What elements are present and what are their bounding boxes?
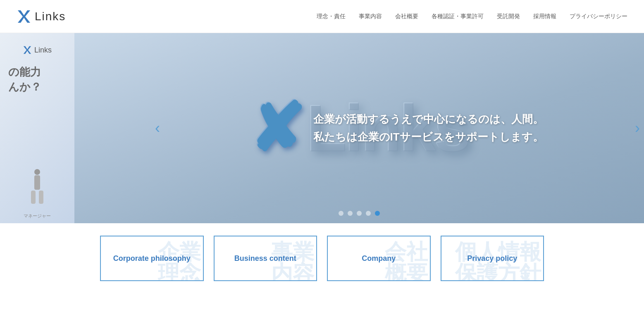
left-panel-caption: マネージャー [24,213,51,219]
card-business[interactable]: 事業内容Business content [214,236,317,281]
svg-marker-0 [18,10,30,23]
logo-icon [17,9,31,24]
person-figure [29,168,45,207]
card-philosophy-label: Corporate philosophy [113,254,191,263]
card-philosophy[interactable]: 企業理念Corporate philosophy [100,236,204,281]
left-panel: Links の能力 んか？ マネージャー [0,33,74,223]
slider-dot-5[interactable] [375,211,380,216]
slider-dot-2[interactable] [348,211,353,216]
slider-headline-2: 私たちは企業のITサービスをサポートします。 [313,130,544,144]
left-panel-logo: Links [23,45,52,55]
left-panel-logo-icon [23,45,32,55]
nav-item-certification[interactable]: 各種認証・事業許可 [432,13,484,20]
slider-headline-1: 企業が活動するうえで中心になるのは、人間。 [313,112,544,126]
svg-rect-4 [31,191,36,204]
left-panel-logo-text: Links [34,46,52,55]
slider-dot-1[interactable] [339,211,343,216]
header: Links 理念・責任事業内容会社概要各種認証・事業許可受託開発採用情報プライバ… [0,0,644,33]
slider-dot-4[interactable] [366,211,371,216]
left-panel-heading: の能力 んか？ [8,64,66,95]
logo[interactable]: Links [17,9,66,24]
cards-section: 企業理念Corporate philosophy事業内容Business con… [0,223,644,294]
slider-dot-3[interactable] [357,211,362,216]
main-content: Links の能力 んか？ マネージャー ✘Links 企業が活動するうえで中心 [0,33,644,223]
person-silhouette [29,168,45,205]
card-privacy-label: Privacy policy [467,254,517,263]
slider-text: 企業が活動するうえで中心になるのは、人間。 私たちは企業のITサービスをサポート… [313,112,544,144]
slider-dots [339,211,380,216]
nav-item-development[interactable]: 受託開発 [497,13,520,20]
slider-next-button[interactable]: › [635,121,640,136]
card-company-label: Company [362,254,396,263]
card-business-label: Business content [234,254,296,263]
nav-item-business[interactable]: 事業内容 [359,13,382,20]
svg-rect-3 [34,175,40,190]
nav-item-privacy[interactable]: プライバシーポリシー [570,13,627,20]
hero-slider: ✘Links 企業が活動するうえで中心になるのは、人間。 私たちは企業のITサー… [74,33,644,223]
svg-rect-5 [39,191,43,204]
svg-point-2 [34,169,40,175]
slider-prev-button[interactable]: ‹ [155,121,160,136]
svg-marker-1 [24,46,31,54]
logo-text: Links [35,10,66,23]
card-company[interactable]: 会社概要Company [327,236,431,281]
nav-item-philosophy[interactable]: 理念・責任 [317,13,346,20]
main-nav: 理念・責任事業内容会社概要各種認証・事業許可受託開発採用情報プライバシーポリシー [317,13,627,20]
card-privacy[interactable]: 個人情報保護方針Privacy policy [441,236,544,281]
nav-item-recruitment[interactable]: 採用情報 [533,13,556,20]
nav-item-company[interactable]: 会社概要 [395,13,418,20]
